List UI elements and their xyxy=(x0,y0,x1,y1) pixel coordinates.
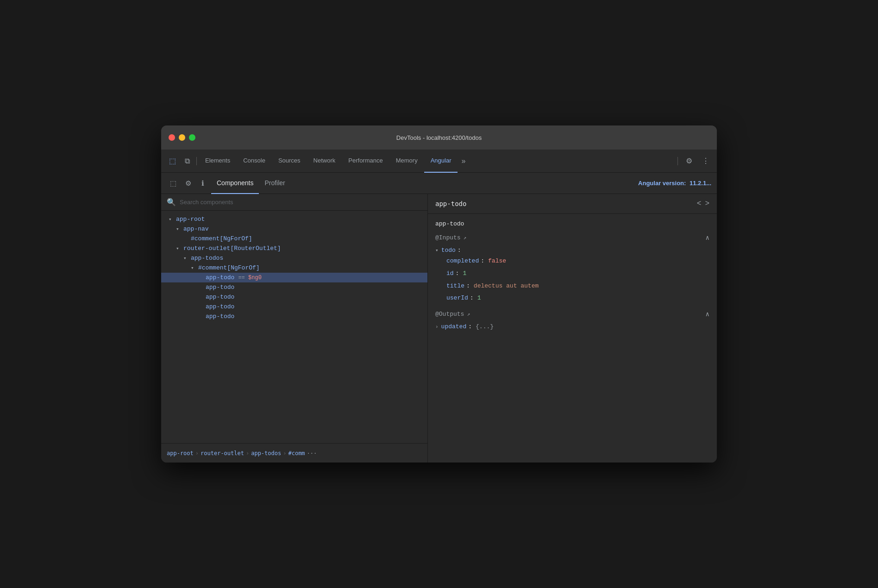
close-button[interactable] xyxy=(169,134,175,141)
breadcrumb-app-root[interactable]: app-root xyxy=(167,450,194,457)
angular-settings-icon[interactable]: ⚙ xyxy=(182,177,194,190)
tree-item-app-todo-5[interactable]: app-todo xyxy=(161,312,427,321)
angular-version-value: 11.2.1... xyxy=(690,180,711,187)
tree-item-router-outlet[interactable]: ▾ router-outlet[RouterOutlet] xyxy=(161,244,427,253)
inputs-title: @Inputs ↗ xyxy=(435,234,466,241)
tab-separator xyxy=(196,157,197,165)
angular-toolbar: ⬚ ⚙ ℹ Components Profiler Angular versio… xyxy=(161,173,717,194)
tab-performance[interactable]: Performance xyxy=(342,150,389,173)
tab-angular[interactable]: Angular xyxy=(424,150,458,173)
tree-label: app-todo xyxy=(206,274,234,281)
nav-prev-icon[interactable]: < xyxy=(697,200,702,208)
tree-item-app-todo-3[interactable]: app-todo xyxy=(161,292,427,302)
angular-inspect-icon[interactable]: ⬚ xyxy=(167,177,180,190)
device-toolbar-icon[interactable]: ⧉ xyxy=(180,154,194,169)
breadcrumb-comment[interactable]: #comm xyxy=(288,450,305,457)
prop-value-title: delectus aut autem xyxy=(474,281,539,291)
todo-properties: completed : false id : 1 title : delectu… xyxy=(428,255,717,305)
breadcrumb-more[interactable]: ··· xyxy=(307,450,317,457)
tree-item-comment-1[interactable]: #comment[NgForOf] xyxy=(161,234,427,244)
prop-userId: userId : 1 xyxy=(435,292,717,305)
updated-key: updated xyxy=(441,323,467,330)
tree-label: app-todo xyxy=(206,284,234,291)
ng-marker: == xyxy=(238,275,245,281)
titlebar: DevTools - localhost:4200/todos xyxy=(161,125,717,150)
tree-item-app-todo-4[interactable]: app-todo xyxy=(161,302,427,312)
outputs-ext-icon[interactable]: ↗ xyxy=(467,311,470,317)
tab-sources[interactable]: Sources xyxy=(272,150,307,173)
tree-label: app-todo xyxy=(206,303,234,310)
tree-item-app-todos[interactable]: ▾ app-todos xyxy=(161,253,427,263)
prop-key-completed: completed xyxy=(446,256,479,266)
tree-item-app-nav[interactable]: ▾ app-nav xyxy=(161,224,427,234)
component-label: app-todo xyxy=(428,218,717,230)
left-panel: 🔍 ▾ app-root ▾ app-nav #comment[NgForOf] xyxy=(161,194,428,463)
devtools-window: DevTools - localhost:4200/todos ⬚ ⧉ Elem… xyxy=(161,125,717,463)
action-separator xyxy=(677,157,678,165)
tab-elements[interactable]: Elements xyxy=(199,150,237,173)
main-content: 🔍 ▾ app-root ▾ app-nav #comment[NgForOf] xyxy=(161,194,717,463)
updated-expand-icon[interactable]: › xyxy=(435,324,439,330)
prop-id: id : 1 xyxy=(435,268,717,280)
breadcrumb-router-outlet[interactable]: router-outlet xyxy=(201,450,244,457)
updated-value: {...} xyxy=(476,323,494,330)
right-panel: app-todo < > app-todo @Inputs ↗ ∧ xyxy=(428,194,717,463)
tree-label: app-todos xyxy=(191,255,223,262)
todo-object-row[interactable]: ▾ todo : xyxy=(428,245,717,255)
inspect-element-icon[interactable]: ⬚ xyxy=(165,154,180,169)
minimize-button[interactable] xyxy=(179,134,185,141)
outputs-section: @Outputs ↗ ∧ › updated : {...} xyxy=(428,307,717,332)
nav-next-icon[interactable]: > xyxy=(705,200,709,208)
tree-label: app-root xyxy=(176,216,205,223)
breadcrumb-separator: › xyxy=(283,450,286,457)
angular-info-icon[interactable]: ℹ xyxy=(196,177,209,190)
toggle-icon: ▾ xyxy=(176,226,183,232)
tree-label: router-outlet[RouterOutlet] xyxy=(183,245,281,252)
tab-profiler[interactable]: Profiler xyxy=(259,173,290,194)
breadcrumb-separator: › xyxy=(246,450,249,457)
updated-row[interactable]: › updated : {...} xyxy=(428,322,717,332)
component-tree: ▾ app-root ▾ app-nav #comment[NgForOf] ▾… xyxy=(161,211,427,443)
tab-memory[interactable]: Memory xyxy=(389,150,424,173)
tab-components[interactable]: Components xyxy=(211,173,259,194)
maximize-button[interactable] xyxy=(189,134,195,141)
detail-title: app-todo xyxy=(435,200,466,207)
more-tabs-button[interactable]: » xyxy=(458,157,469,165)
tab-network[interactable]: Network xyxy=(307,150,342,173)
inputs-section-header[interactable]: @Inputs ↗ ∧ xyxy=(428,230,717,245)
toggle-icon: ▾ xyxy=(183,255,191,261)
tree-label: app-nav xyxy=(183,225,209,232)
toggle-icon: ▾ xyxy=(176,245,183,251)
tree-item-comment-2[interactable]: ▾ #comment[NgForOf] xyxy=(161,263,427,273)
inputs-collapse-icon[interactable]: ∧ xyxy=(706,234,709,242)
breadcrumb-app-todos[interactable]: app-todos xyxy=(251,450,281,457)
prop-completed: completed : false xyxy=(435,255,717,268)
prop-key-userId: userId xyxy=(446,294,468,303)
nav-arrows: < > xyxy=(697,200,709,208)
prop-value-completed: false xyxy=(488,256,506,266)
prop-value-userId: 1 xyxy=(477,294,481,303)
breadcrumb-separator: › xyxy=(195,450,199,457)
outputs-collapse-icon[interactable]: ∧ xyxy=(706,310,709,318)
tree-label: #comment[NgForOf] xyxy=(198,264,260,271)
settings-icon[interactable]: ⚙ xyxy=(682,154,696,169)
window-title: DevTools - localhost:4200/todos xyxy=(396,134,482,141)
breadcrumb-bar: app-root › router-outlet › app-todos › #… xyxy=(161,443,427,463)
search-input[interactable] xyxy=(180,199,422,206)
tree-item-app-todo-selected[interactable]: app-todo == $ng0 xyxy=(161,273,427,282)
angular-version: Angular version: 11.2.1... xyxy=(638,180,711,187)
tab-console[interactable]: Console xyxy=(237,150,272,173)
prop-key-title: title xyxy=(446,281,464,291)
tree-label: app-todo xyxy=(206,294,234,300)
detail-content: app-todo @Inputs ↗ ∧ ▾ todo : xyxy=(428,214,717,335)
inputs-ext-icon[interactable]: ↗ xyxy=(464,235,467,241)
more-options-icon[interactable]: ⋮ xyxy=(698,154,713,169)
traffic-lights xyxy=(169,134,195,141)
tree-item-app-root[interactable]: ▾ app-root xyxy=(161,214,427,224)
ng-value: $ng0 xyxy=(245,275,262,281)
todo-expand-icon[interactable]: ▾ xyxy=(435,247,439,253)
todo-key: todo xyxy=(441,247,456,254)
outputs-section-header[interactable]: @Outputs ↗ ∧ xyxy=(428,307,717,322)
devtools-actions: ⚙ ⋮ xyxy=(676,154,713,169)
tree-item-app-todo-2[interactable]: app-todo xyxy=(161,282,427,292)
